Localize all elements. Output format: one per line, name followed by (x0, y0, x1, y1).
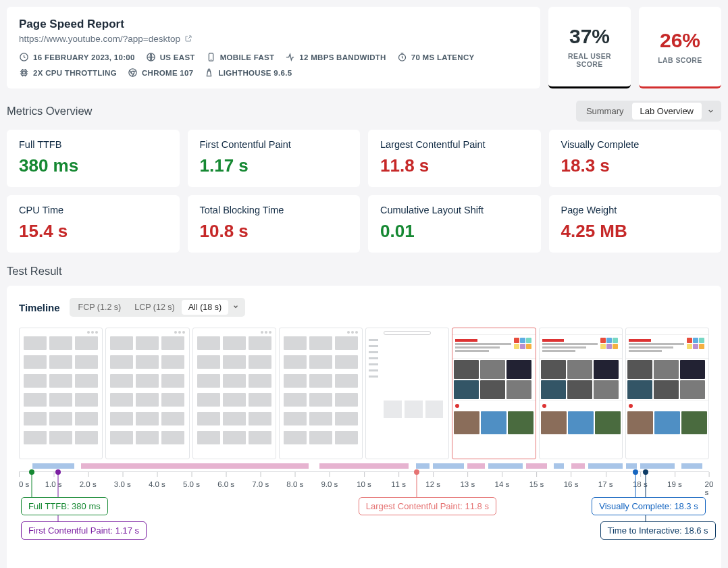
axis-tick: 15 s (529, 472, 544, 488)
filmstrip (19, 328, 709, 459)
axis-tick: 10 s (357, 472, 371, 488)
metrics-grid: Full TTFB380 msFirst Contentful Paint1.1… (7, 130, 721, 253)
timeline-flag: First Contentful Paint: 1.17 s (21, 521, 147, 540)
filmstrip-frame[interactable] (625, 328, 709, 459)
metric-card: First Contentful Paint1.17 s (188, 130, 361, 187)
axis-tick: 2.0 s (80, 472, 97, 488)
tested-url[interactable]: https://www.youtube.com/?app=desktop (19, 34, 528, 44)
timeline-marker (643, 469, 648, 475)
filmstrip-frame[interactable] (452, 328, 536, 459)
metric-name: Full TTFB (19, 139, 167, 150)
timeline-flag: Largest Contentful Paint: 11.8 s (359, 497, 496, 515)
filmstrip-frame[interactable] (279, 328, 363, 459)
lab-score-value: 26% (644, 29, 716, 52)
metric-card: Full TTFB380 ms (7, 130, 180, 187)
metrics-overview-heading: Metrics Overview (7, 105, 93, 118)
globe-badge: US EAST (146, 52, 195, 62)
lighthouse-icon (204, 68, 214, 78)
test-conditions: 16 FEBRUARY 2023, 10:00US EASTMOBILE FAS… (19, 52, 528, 78)
metric-value: 18.3 s (561, 155, 710, 176)
axis-tick: 17 s (598, 472, 613, 488)
test-result-heading: Test Result (7, 265, 721, 278)
metric-value: 10.8 s (200, 221, 348, 242)
filmstrip-frame[interactable] (105, 328, 189, 459)
globe-icon (146, 52, 156, 62)
timeline-marker (29, 469, 34, 475)
axis-tick: 19 s (667, 472, 682, 488)
timeline-marker (633, 469, 638, 475)
cpu-badge: 2X CPU THROTTLING (19, 68, 117, 78)
metric-name: First Contentful Paint (200, 139, 348, 150)
real-user-score-card: 37% REAL USER SCORE (548, 7, 631, 88)
metric-name: CPU Time (19, 205, 167, 215)
axis-tick: 12 s (425, 472, 440, 488)
metric-name: Visually Complete (561, 139, 710, 150)
page-title: Page Speed Report (19, 18, 528, 31)
timeline-flag: Time to Interactive: 18.6 s (600, 521, 716, 540)
tab-summary[interactable]: Summary (578, 103, 632, 120)
overview-dropdown[interactable] (702, 103, 719, 120)
pill-all[interactable]: All (18 s) (182, 300, 228, 315)
timeline-range-dropdown[interactable] (228, 300, 243, 315)
pill-fcp[interactable]: FCP (1.2 s) (72, 300, 128, 315)
timeline-range-tabs: FCP (1.2 s) LCP (12 s) All (18 s) (70, 298, 246, 317)
metric-card: Largest Contentful Paint11.8 s (368, 130, 541, 187)
tab-lab-overview[interactable]: Lab Overview (632, 103, 702, 120)
metric-value: 380 ms (19, 155, 167, 176)
bandwidth-badge: 12 MBPS BANDWIDTH (285, 52, 386, 62)
metric-value: 0.01 (380, 221, 529, 242)
axis-tick: 16 s (564, 472, 579, 488)
filmstrip-frame[interactable] (539, 328, 623, 459)
device-icon (206, 52, 216, 62)
cpu-icon (19, 68, 29, 78)
metric-card: Page Weight4.25 MB (549, 195, 722, 253)
metric-name: Page Weight (561, 205, 710, 215)
overview-tabs: Summary Lab Overview (576, 101, 721, 122)
filmstrip-frame[interactable] (192, 328, 276, 459)
metric-name: Cumulative Layout Shift (380, 205, 529, 215)
filmstrip-frame[interactable] (19, 328, 103, 459)
timeline-card: Timeline FCP (1.2 s) LCP (12 s) All (18 … (7, 286, 721, 568)
metric-card: Total Blocking Time10.8 s (188, 195, 361, 253)
axis-tick: 11 s (391, 472, 406, 488)
chrome-icon (128, 68, 138, 78)
lab-score-card: 26% LAB SCORE (639, 7, 721, 88)
latency-badge: 70 MS LATENCY (397, 52, 475, 62)
axis-tick: 6.0 s (217, 472, 234, 488)
metric-card: Visually Complete18.3 s (549, 130, 722, 187)
axis-tick: 7.0 s (252, 472, 269, 488)
svg-rect-5 (23, 72, 26, 74)
metric-card: Cumulative Layout Shift0.01 (368, 195, 541, 253)
timeline-marker (414, 469, 419, 475)
filmstrip-frame[interactable] (365, 328, 449, 459)
timeline-axis: 0 s1.0 s2.0 s3.0 s4.0 s5.0 s6.0 s7.0 s8.… (19, 471, 709, 493)
chrome-badge: CHROME 107 (128, 68, 194, 78)
timeline-title: Timeline (19, 302, 60, 313)
metric-value: 11.8 s (380, 155, 529, 176)
axis-tick: 4.0 s (149, 472, 165, 488)
axis-tick: 14 s (495, 472, 510, 488)
pill-lcp[interactable]: LCP (12 s) (128, 300, 182, 315)
device-badge: MOBILE FAST (206, 52, 275, 62)
metric-value: 1.17 s (200, 155, 348, 176)
report-header: Page Speed Report https://www.youtube.co… (7, 7, 540, 88)
metric-name: Largest Contentful Paint (380, 139, 529, 150)
clock-badge: 16 FEBRUARY 2023, 10:00 (19, 52, 135, 62)
timeline-flags: Full TTFB: 380 msFirst Contentful Paint:… (19, 497, 709, 558)
timeline-flag: Full TTFB: 380 ms (21, 497, 108, 515)
metric-value: 15.4 s (19, 221, 167, 242)
real-user-score-value: 37% (554, 25, 625, 48)
metric-name: Total Blocking Time (200, 205, 348, 215)
metric-card: CPU Time15.4 s (7, 195, 180, 253)
axis-tick: 0 s (19, 472, 29, 488)
external-link-icon (184, 34, 192, 44)
axis-tick: 13 s (460, 472, 475, 488)
clock-icon (19, 52, 29, 62)
axis-tick: 9.0 s (321, 472, 338, 488)
timeline-marker (55, 469, 61, 475)
axis-tick: 20 s (705, 472, 714, 496)
axis-tick: 5.0 s (183, 472, 200, 488)
latency-icon (397, 52, 407, 62)
metric-value: 4.25 MB (561, 221, 710, 242)
axis-tick: 8.0 s (286, 472, 303, 488)
